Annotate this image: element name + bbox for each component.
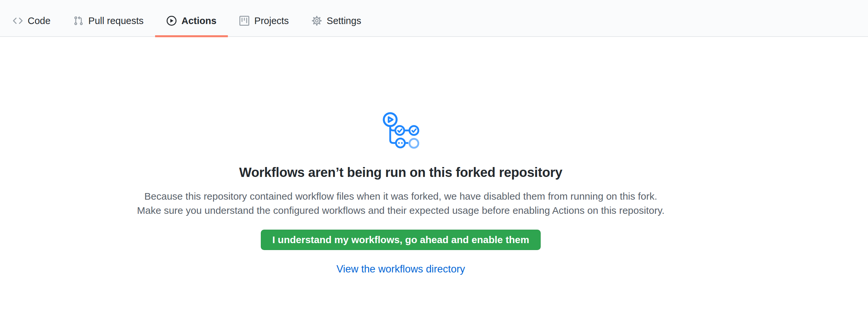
tab-pull-requests[interactable]: Pull requests (62, 5, 155, 37)
tab-label: Settings (327, 15, 361, 26)
git-pull-request-icon (73, 16, 83, 26)
tab-settings[interactable]: Settings (300, 5, 373, 37)
tab-code[interactable]: Code (1, 5, 62, 37)
tab-actions[interactable]: Actions (155, 5, 228, 37)
empty-state-title: Workflows aren’t being run on this forke… (239, 165, 562, 180)
tab-label: Actions (181, 15, 216, 26)
tab-label: Pull requests (88, 15, 144, 26)
empty-state-description: Because this repository contained workfl… (135, 189, 667, 217)
gear-icon (312, 16, 322, 26)
project-board-icon (239, 16, 249, 26)
repo-tab-bar: Code Pull requests Actions Projects (0, 0, 868, 37)
code-icon (13, 16, 23, 26)
play-circle-icon (166, 16, 177, 26)
workflow-graph-icon (382, 111, 419, 149)
tab-label: Projects (254, 15, 289, 26)
active-tab-underline (155, 35, 228, 37)
actions-empty-state: Workflows aren’t being run on this forke… (0, 37, 802, 275)
tab-projects[interactable]: Projects (228, 5, 300, 37)
tab-label: Code (28, 15, 51, 26)
view-workflows-link[interactable]: View the workflows directory (337, 263, 465, 275)
enable-workflows-button[interactable]: I understand my workflows, go ahead and … (261, 229, 541, 250)
